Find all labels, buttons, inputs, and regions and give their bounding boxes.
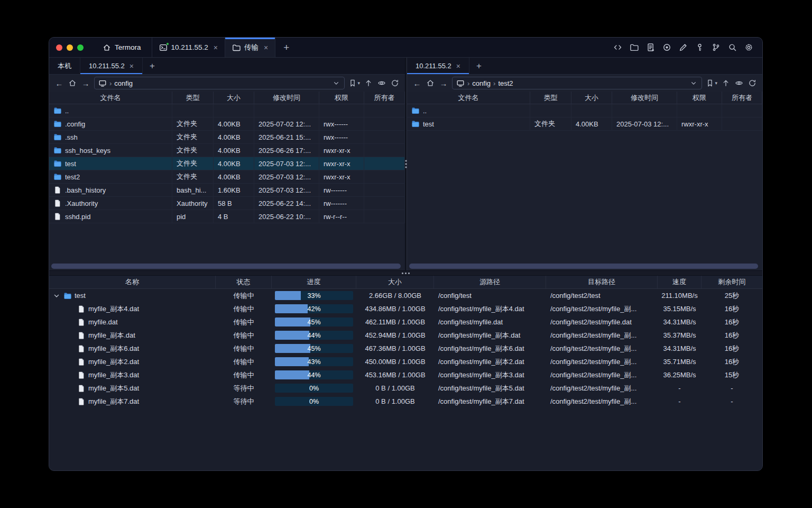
breadcrumb-segment[interactable]: config (114, 79, 133, 87)
column-header[interactable]: 大小 (356, 276, 434, 288)
transfer-row[interactable]: myfile_副本.dat传输中44%452.94MB / 1.00GB/con… (49, 329, 762, 342)
progress-bar: 44% (275, 370, 353, 379)
column-header[interactable]: 类型 (172, 92, 214, 104)
transfer-row[interactable]: myfile_副本6.dat传输中45%467.36MB / 1.00GB/co… (49, 342, 762, 355)
close-icon[interactable]: × (214, 44, 218, 51)
panel-tab[interactable]: 本机 (49, 58, 80, 74)
file-row[interactable]: ssh_host_keys文件夹4.00KB2025-06-26 17:...r… (49, 144, 405, 157)
file-row[interactable]: .XauthorityXauthority58 B2025-06-22 14:.… (49, 197, 405, 210)
transfer-row[interactable]: myfile_副本7.dat等待中0%0 B / 1.00GB/config/t… (49, 395, 762, 408)
column-header[interactable]: 所有者 (364, 92, 405, 104)
record-icon[interactable] (662, 43, 671, 52)
host-icon (98, 79, 107, 87)
file-row[interactable]: .. (49, 104, 405, 117)
transfer-row[interactable]: myfile_副本2.dat传输中43%450.00MB / 1.00GB/co… (49, 355, 762, 368)
home-button[interactable] (68, 79, 77, 87)
key-icon[interactable] (695, 43, 704, 52)
column-header[interactable]: 源路径 (434, 276, 546, 288)
forward-button[interactable]: → (439, 79, 448, 88)
refresh-button[interactable] (390, 79, 400, 87)
column-header[interactable]: 名称 (49, 276, 216, 288)
column-header[interactable]: 修改时间 (612, 92, 677, 104)
column-header[interactable]: 速度 (658, 276, 702, 288)
column-header[interactable]: 大小 (571, 92, 612, 104)
back-button[interactable]: ← (412, 79, 422, 88)
transfer-row[interactable]: test传输中33%2.66GB / 8.00GB/config/test/co… (49, 289, 762, 302)
chevron-down-icon[interactable] (52, 292, 61, 300)
file-size-cell: 4 B (214, 210, 254, 223)
transfer-status-cell: 传输中 (216, 357, 272, 367)
path-dropdown-icon[interactable] (689, 79, 698, 87)
file-row[interactable]: test文件夹4.00KB2025-07-03 12:...rwxr-xr-x (407, 117, 762, 131)
file-icon (53, 199, 62, 207)
column-header[interactable]: 目标路径 (546, 276, 658, 288)
new-panel-tab-button[interactable]: + (469, 58, 488, 74)
file-row[interactable]: .. (407, 104, 762, 117)
back-button[interactable]: ← (54, 79, 64, 88)
home-button[interactable] (426, 79, 435, 87)
transfer-name-cell: test (49, 292, 216, 300)
file-row[interactable]: .ssh文件夹4.00KB2025-06-21 15:...rwx------ (49, 131, 405, 144)
bookmark-button[interactable]: ▾ (348, 79, 360, 87)
show-hidden-button[interactable] (734, 79, 744, 87)
file-type-cell: 文件夹 (172, 117, 214, 130)
horizontal-scrollbar[interactable] (51, 264, 401, 269)
search-icon[interactable] (728, 43, 737, 52)
titlebar-tab[interactable]: 传输× (225, 38, 275, 57)
file-row[interactable]: .config文件夹4.00KB2025-07-02 12:...rwx----… (49, 117, 405, 131)
breadcrumb-segment[interactable]: config (472, 79, 491, 87)
horizontal-scrollbar[interactable] (409, 264, 758, 269)
column-header[interactable]: 剩余时间 (702, 276, 762, 288)
column-header[interactable]: 文件名 (407, 92, 530, 104)
bookmark-caret-icon[interactable]: ▾ (357, 80, 360, 86)
edit-icon[interactable] (679, 43, 688, 52)
bookmark-caret-icon[interactable]: ▾ (715, 80, 717, 86)
panel-tab[interactable]: 10.211.55.2× (80, 58, 143, 74)
upload-button[interactable] (364, 79, 373, 87)
upload-button[interactable] (721, 79, 731, 87)
path-field[interactable]: ›config›test2 (452, 77, 702, 89)
close-icon[interactable]: × (264, 44, 268, 51)
close-icon[interactable]: × (130, 62, 134, 70)
app-home-tab[interactable]: Termora (92, 38, 152, 57)
column-header[interactable]: 大小 (214, 92, 254, 104)
close-icon[interactable]: × (456, 62, 460, 70)
column-header[interactable]: 权限 (319, 92, 364, 104)
panel-tab[interactable]: 10.211.55.2× (407, 58, 469, 74)
log-icon[interactable] (646, 43, 655, 52)
refresh-button[interactable] (748, 79, 757, 87)
file-row[interactable]: .bash_historybash_hi...1.60KB2025-07-03 … (49, 184, 405, 197)
show-hidden-button[interactable] (377, 79, 386, 87)
transfer-row[interactable]: myfile.dat传输中45%462.11MB / 1.00GB/config… (49, 315, 762, 329)
transfer-row[interactable]: myfile_副本4.dat传输中42%434.86MB / 1.00GB/co… (49, 302, 762, 315)
transfer-row[interactable]: myfile_副本5.dat等待中0%0 B / 1.00GB/config/t… (49, 382, 762, 395)
branch-icon[interactable] (712, 43, 721, 52)
column-header[interactable]: 进度 (272, 276, 356, 288)
close-window-button[interactable] (56, 44, 62, 51)
column-header[interactable]: 状态 (216, 276, 272, 288)
breadcrumb-segment[interactable]: test2 (498, 79, 513, 87)
column-header[interactable]: 权限 (677, 92, 722, 104)
minimize-window-button[interactable] (67, 44, 73, 51)
transfer-name: test (75, 292, 86, 300)
column-header[interactable]: 类型 (530, 92, 571, 104)
file-row[interactable]: test文件夹4.00KB2025-07-03 12:...rwxr-xr-x (49, 157, 405, 170)
path-field[interactable]: ›config (94, 77, 345, 89)
titlebar-tab[interactable]: 10.211.55.2× (152, 38, 226, 57)
transfer-row[interactable]: myfile_副本3.dat传输中44%453.16MB / 1.00GB/co… (49, 368, 762, 382)
bookmark-button[interactable]: ▾ (706, 79, 717, 87)
column-header[interactable]: 所有者 (722, 92, 762, 104)
path-dropdown-icon[interactable] (332, 79, 340, 87)
file-row[interactable]: test2文件夹4.00KB2025-07-03 12:...rwxr-xr-x (49, 170, 405, 184)
folder-icon[interactable] (630, 43, 639, 52)
forward-button[interactable]: → (81, 79, 90, 88)
maximize-window-button[interactable] (77, 44, 84, 51)
new-terminal-tab-button[interactable]: + (275, 38, 297, 57)
new-panel-tab-button[interactable]: + (143, 58, 162, 74)
column-header[interactable]: 文件名 (49, 92, 172, 104)
settings-icon[interactable] (744, 43, 753, 52)
column-header[interactable]: 修改时间 (254, 92, 319, 104)
code-icon[interactable] (613, 43, 622, 52)
file-row[interactable]: sshd.pidpid4 B2025-06-22 10:...rw-r--r-- (49, 210, 405, 223)
transfer-splitter[interactable] (49, 270, 762, 276)
